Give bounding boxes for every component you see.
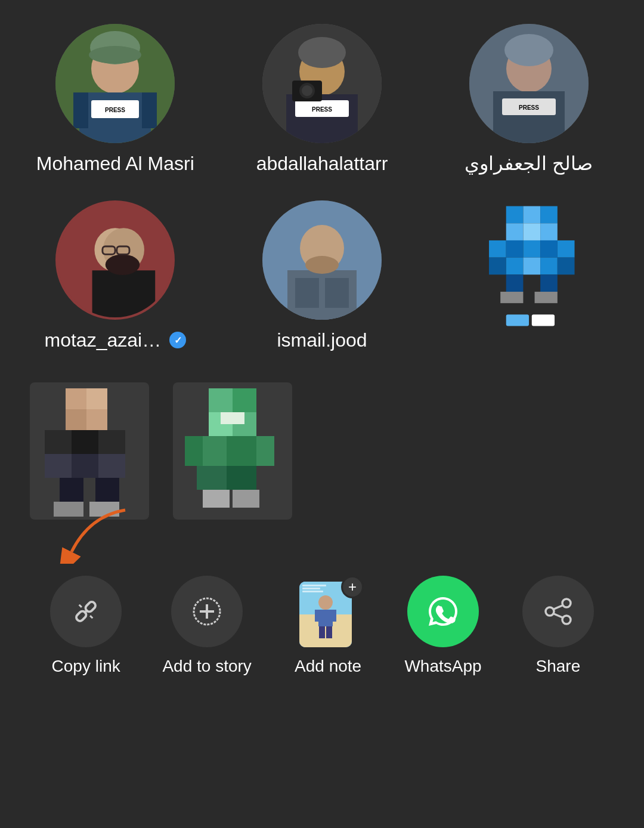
- svg-rect-57: [534, 292, 557, 303]
- svg-rect-52: [540, 257, 558, 274]
- profile-item[interactable]: ismail.jood: [225, 200, 420, 353]
- svg-rect-84: [185, 436, 203, 466]
- svg-point-8: [89, 46, 141, 64]
- svg-rect-109: [302, 591, 323, 592]
- svg-rect-63: [66, 409, 86, 430]
- svg-point-112: [562, 616, 571, 624]
- svg-rect-41: [506, 223, 523, 240]
- svg-rect-69: [72, 454, 98, 478]
- link-icon: [69, 595, 103, 628]
- svg-point-17: [298, 37, 346, 68]
- svg-rect-6: [142, 92, 157, 128]
- svg-rect-108: [302, 588, 320, 589]
- svg-rect-66: [72, 430, 98, 454]
- arrow-annotation: [42, 504, 137, 564]
- svg-point-111: [546, 607, 554, 616]
- profile-item[interactable]: PRESS صالح الجعفراوي: [431, 24, 626, 177]
- add-to-story-label: Add to story: [162, 657, 251, 676]
- svg-rect-47: [540, 240, 558, 258]
- svg-rect-45: [506, 240, 523, 258]
- svg-rect-71: [60, 478, 83, 502]
- svg-rect-48: [557, 240, 574, 258]
- profile-name: abdallahalattarr: [256, 152, 388, 177]
- svg-rect-36: [325, 278, 349, 308]
- add-note-icon-container: +: [292, 576, 364, 647]
- avatar: [262, 200, 382, 320]
- svg-rect-107: [302, 585, 326, 586]
- profile-name-row: motaz_azai…: [45, 328, 187, 353]
- svg-rect-77: [233, 388, 256, 412]
- profile-item[interactable]: PRESS abdallahalattarr: [225, 24, 420, 177]
- copy-link-action[interactable]: Copy link: [50, 576, 122, 676]
- svg-rect-61: [66, 388, 86, 409]
- svg-point-16: [302, 85, 312, 96]
- svg-rect-39: [523, 206, 540, 223]
- svg-rect-59: [531, 314, 554, 326]
- svg-rect-40: [540, 206, 558, 223]
- avatar: PRESS: [469, 24, 589, 143]
- add-to-story-action[interactable]: Add to story: [162, 576, 251, 676]
- whatsapp-icon-bg: [407, 576, 479, 647]
- svg-rect-104: [330, 610, 336, 622]
- profile-item[interactable]: PRESS Mohamed Al Masri: [18, 24, 213, 177]
- svg-point-23: [504, 34, 553, 66]
- svg-rect-62: [86, 388, 107, 409]
- story-icon: [189, 594, 225, 629]
- avatar: PRESS: [55, 24, 175, 143]
- share-icon-bg: [522, 576, 594, 647]
- svg-rect-42: [523, 223, 540, 240]
- svg-rect-70: [98, 454, 125, 478]
- svg-rect-105: [319, 626, 325, 638]
- svg-text:PRESS: PRESS: [105, 107, 125, 113]
- svg-rect-103: [315, 610, 321, 622]
- svg-rect-38: [506, 206, 523, 223]
- svg-rect-86: [227, 466, 256, 490]
- share-label: Share: [535, 657, 580, 676]
- svg-rect-55: [540, 274, 558, 292]
- svg-line-93: [79, 605, 82, 607]
- add-to-story-icon-bg: [171, 576, 243, 647]
- svg-rect-53: [557, 257, 574, 274]
- svg-rect-58: [506, 314, 528, 326]
- profile-name: Mohamed Al Masri: [36, 152, 194, 177]
- profile-name: motaz_azai…: [45, 328, 162, 353]
- svg-rect-67: [98, 430, 125, 454]
- profile-item[interactable]: motaz_azai…: [18, 200, 213, 353]
- photos-section: [18, 382, 626, 522]
- svg-rect-83: [256, 436, 274, 466]
- svg-rect-64: [86, 409, 107, 430]
- add-note-label: Add note: [295, 657, 361, 676]
- svg-rect-49: [489, 257, 506, 274]
- svg-rect-5: [73, 92, 88, 128]
- profiles-row-1: PRESS Mohamed Al Masri PRESS: [18, 24, 626, 177]
- svg-text:PRESS: PRESS: [312, 106, 332, 113]
- whatsapp-icon: [424, 592, 462, 631]
- svg-rect-85: [197, 466, 227, 490]
- svg-line-113: [554, 605, 562, 609]
- avatar: PRESS: [262, 24, 382, 143]
- photo-thumb-2[interactable]: [173, 382, 292, 522]
- svg-line-114: [554, 614, 562, 617]
- avatar-pixel: [469, 200, 589, 334]
- svg-rect-76: [209, 388, 233, 412]
- main-container: PRESS Mohamed Al Masri PRESS: [0, 0, 644, 828]
- svg-point-37: [305, 256, 339, 274]
- whatsapp-action[interactable]: WhatsApp: [404, 576, 481, 676]
- svg-point-101: [318, 595, 333, 610]
- profile-item[interactable]: [431, 200, 626, 353]
- svg-rect-51: [523, 257, 540, 274]
- share-action[interactable]: Share: [522, 576, 594, 676]
- svg-rect-87: [203, 490, 230, 508]
- svg-rect-43: [540, 223, 558, 240]
- profiles-row-2: motaz_azai… ismail.jood: [18, 200, 626, 353]
- svg-rect-106: [326, 626, 332, 638]
- verified-badge: [169, 332, 186, 348]
- svg-text:PRESS: PRESS: [519, 104, 539, 111]
- svg-point-110: [562, 599, 571, 607]
- add-note-action[interactable]: + Add note: [292, 576, 364, 676]
- svg-point-28: [106, 254, 140, 275]
- svg-line-92: [84, 610, 88, 613]
- svg-rect-56: [500, 292, 523, 303]
- svg-rect-35: [295, 278, 319, 308]
- photo-thumb-1[interactable]: [30, 382, 149, 522]
